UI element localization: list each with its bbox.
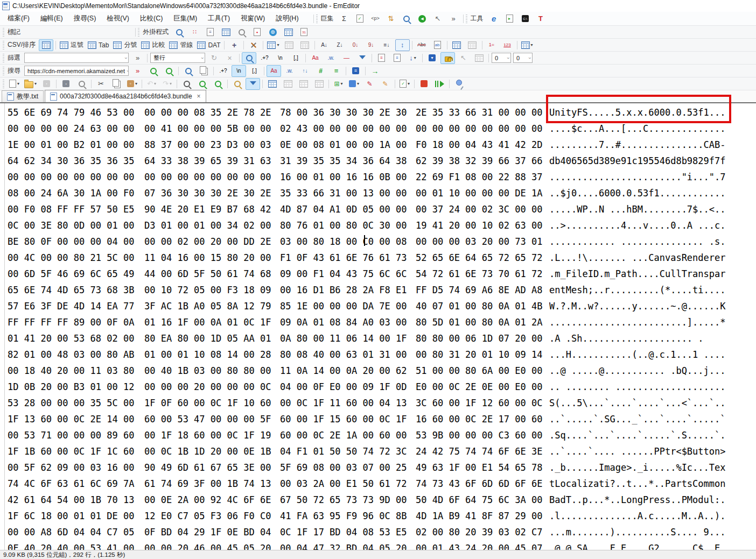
new-file-icon[interactable]: ▾: [7, 78, 22, 90]
search-combo[interactable]: https://cdn-mememori.akamaized.net›: [24, 66, 129, 76]
sort-updown-icon[interactable]: ↕: [395, 39, 410, 51]
plugin-find-icon[interactable]: [172, 26, 186, 38]
csv-dat-button[interactable]: DAT: [195, 39, 222, 51]
rescan-icon[interactable]: [312, 78, 326, 90]
menu-file[interactable]: 檔案(F): [2, 12, 35, 25]
sort-90-icon[interactable]: 9↓: [364, 39, 379, 51]
copy-results-icon[interactable]: [197, 65, 211, 77]
hammer-icon[interactable]: T: [534, 13, 548, 25]
tab-tutorial[interactable]: 教學.txt: [2, 90, 44, 102]
search-chevron-icon[interactable]: »: [130, 65, 145, 77]
sort-length-icon[interactable]: ≡↓: [380, 39, 394, 51]
plugin-web-icon[interactable]: ⊕: [265, 26, 280, 38]
overflow-chevron-icon[interactable]: »: [446, 13, 461, 25]
filter-combo[interactable]: ›: [24, 53, 129, 63]
count-matches-icon[interactable]: #: [313, 65, 328, 77]
list-matches-icon[interactable]: ≡: [329, 65, 344, 77]
macro-pointer-icon[interactable]: ↖: [431, 13, 445, 25]
pin-icon[interactable]: [452, 78, 466, 90]
add-separator-icon[interactable]: +: [227, 39, 241, 51]
menu-view[interactable]: 檢視(V): [101, 12, 135, 25]
sum-icon[interactable]: Σ: [337, 13, 352, 25]
save-icon[interactable]: ▪: [39, 78, 54, 90]
sort-za-icon[interactable]: Z↓: [333, 39, 347, 51]
filter-tool-icon[interactable]: [246, 78, 260, 90]
plugin-find-window-icon[interactable]: [234, 26, 249, 38]
compare-icon[interactable]: [265, 78, 279, 90]
plugin-charmap-icon[interactable]: ∷: [187, 26, 202, 38]
plugin-bookmark-icon[interactable]: ●: [250, 26, 264, 38]
select-column-icon[interactable]: ▾: [265, 39, 281, 51]
snippet-icon[interactable]: <p>: [368, 13, 383, 25]
csv-convert-icon[interactable]: [282, 39, 297, 51]
search-delimiter-button[interactable]: [,]: [247, 65, 262, 77]
refresh-compare-icon[interactable]: [296, 78, 311, 90]
filter-newline-button[interactable]: \n: [273, 52, 288, 64]
output-bar-icon[interactable]: ≡: [348, 65, 363, 77]
open-file-icon[interactable]: ▾: [23, 78, 38, 90]
outline-tree-icon[interactable]: ⊞▾: [331, 78, 346, 90]
inspect-abc-icon[interactable]: ab: [430, 39, 445, 51]
select-cursor-icon[interactable]: ↖: [456, 52, 471, 64]
csv-convert2-icon[interactable]: [298, 39, 312, 51]
undo-icon[interactable]: ↶▾: [144, 78, 159, 90]
csv-tab-button[interactable]: Tab: [86, 39, 110, 51]
numbering-icon[interactable]: 1=: [485, 39, 499, 51]
paste-icon[interactable]: ▫▾: [125, 78, 139, 90]
filter-chevron-icon[interactable]: »: [130, 52, 145, 64]
csv-options-icon[interactable]: [246, 39, 261, 51]
menu-window[interactable]: 視窗(W): [235, 12, 270, 25]
filter-clear-icon[interactable]: ×: [222, 52, 237, 64]
zoom-icon[interactable]: [179, 78, 194, 90]
filter-doc-blue-icon[interactable]: ≡: [390, 52, 404, 64]
filter-down-icon[interactable]: ↓▾: [405, 52, 420, 64]
menu-compare[interactable]: 比較(C): [135, 12, 168, 25]
filter-refresh-icon[interactable]: ↻: [207, 52, 221, 64]
plugin-calendar-icon[interactable]: 31: [297, 26, 311, 38]
negative-filter-icon[interactable]: —: [339, 52, 354, 64]
cut-icon[interactable]: ✂: [94, 78, 108, 90]
macro-search-icon[interactable]: [400, 13, 414, 25]
column-width-icon[interactable]: ▾: [520, 39, 535, 51]
menu-edit[interactable]: 編輯(E): [35, 12, 68, 25]
menu-macro[interactable]: 巨集(M): [168, 12, 202, 25]
menu-help[interactable]: 說明(H): [270, 12, 304, 25]
csv-standard-icon[interactable]: [39, 39, 53, 51]
csv-compare-button[interactable]: 比較: [139, 39, 166, 51]
hand-pen-icon[interactable]: ✎: [378, 78, 393, 90]
search-regex-button[interactable]: .+?: [216, 65, 230, 77]
find-all-icon[interactable]: [181, 65, 195, 77]
hex-editor[interactable]: 55 6E 69 74 79 46 53 00 00 00 00 08 35 2…: [0, 103, 756, 550]
search-newline-button[interactable]: \n: [232, 65, 246, 77]
filter-regex-button[interactable]: .+?: [257, 52, 272, 64]
sort-09-icon[interactable]: 0↓: [348, 39, 363, 51]
ruler-icon[interactable]: 123: [500, 39, 515, 51]
filter-doc-red-icon[interactable]: ≡: [374, 52, 389, 64]
print-icon[interactable]: ▪: [59, 78, 73, 90]
copy-icon[interactable]: [109, 78, 124, 90]
zoom-out-icon[interactable]: [211, 78, 225, 90]
advance-icon[interactable]: →: [368, 65, 382, 77]
find-in-files-icon[interactable]: [230, 78, 244, 90]
remove-filter-icon[interactable]: [355, 52, 369, 64]
redo-icon[interactable]: ↷▾: [160, 78, 174, 90]
sync-scroll-icon[interactable]: [281, 78, 295, 90]
plugin-copy-window-icon[interactable]: [219, 26, 233, 38]
zoom-in-icon[interactable]: [195, 78, 209, 90]
search-case-button[interactable]: Aa: [267, 65, 281, 77]
customize-icon[interactable]: ✓▾: [397, 78, 412, 90]
table-grey-icon[interactable]: [472, 52, 486, 64]
csv-semicolon-button[interactable]: 分號: [111, 39, 138, 51]
table-join-icon[interactable]: [450, 39, 464, 51]
macro-run-icon[interactable]: ✓: [353, 13, 367, 25]
navigate-back-icon[interactable]: ◀: [415, 13, 430, 25]
csv-pipe-button[interactable]: 管線: [167, 39, 194, 51]
workspace-icon[interactable]: ▾: [347, 78, 361, 90]
transpose-icon[interactable]: ↑↓: [298, 65, 312, 77]
table-rotate-icon[interactable]: [465, 39, 480, 51]
plugin-cascade-icon[interactable]: [281, 26, 296, 38]
csv-comma-button[interactable]: 逗號: [58, 39, 85, 51]
delete-duplicates-icon[interactable]: Abc: [415, 39, 429, 51]
sort-az-icon[interactable]: A↓: [317, 39, 332, 51]
print-preview-icon[interactable]: [74, 78, 89, 90]
